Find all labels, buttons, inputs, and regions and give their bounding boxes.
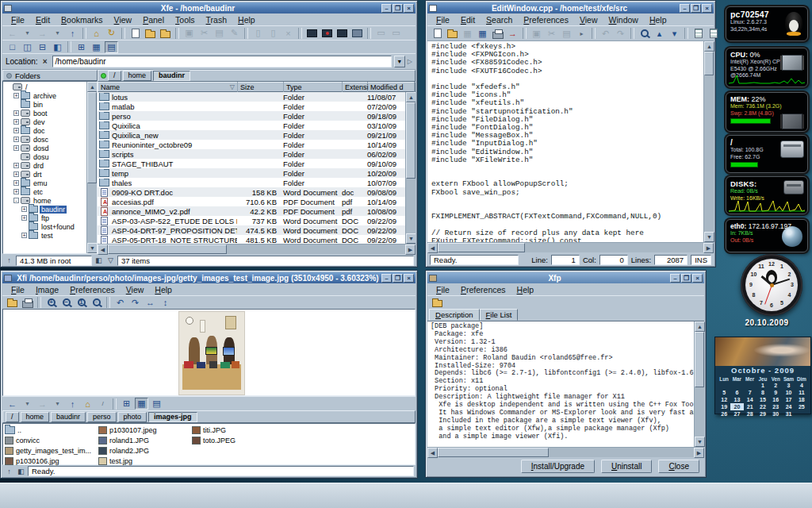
menu-image[interactable]: Image bbox=[30, 285, 64, 294]
view-detail-icon[interactable]: ▤ bbox=[150, 398, 163, 410]
open-folder-icon[interactable] bbox=[446, 28, 459, 40]
scroll-down-icon[interactable]: ▼ bbox=[87, 243, 98, 253]
minimize-button[interactable]: – bbox=[670, 274, 680, 283]
copy-icon[interactable]: ▣ bbox=[530, 28, 543, 40]
path-button-images-jpg[interactable]: images-jpg bbox=[148, 412, 197, 422]
table-row[interactable]: thalesFolder10/07/09 bbox=[98, 178, 405, 187]
scroll-up-icon[interactable]: ▲ bbox=[695, 321, 705, 332]
scroll-right-icon[interactable]: ▶ bbox=[694, 448, 704, 458]
tree-item-emu[interactable]: +emu bbox=[3, 179, 86, 187]
calendar-day[interactable]: 25 bbox=[795, 403, 808, 410]
location-clear-icon[interactable]: × bbox=[40, 57, 50, 66]
table-row[interactable]: matlabFolder07/20/09 bbox=[98, 102, 405, 111]
table-row[interactable]: STAGE_THIBAUTFolder09/10/09 bbox=[98, 159, 405, 168]
maximize-button[interactable]: ❐ bbox=[691, 4, 701, 13]
trash-icon[interactable]: ▯ bbox=[251, 27, 265, 39]
scroll-up-icon[interactable]: ▲ bbox=[87, 82, 98, 92]
calendar-day[interactable]: 26 bbox=[718, 410, 730, 418]
menu-preferences[interactable]: Preferences bbox=[64, 285, 121, 294]
table-row[interactable]: Quixilica_newFolder09/21/09 bbox=[98, 130, 405, 140]
tree-expander-icon[interactable]: + bbox=[21, 215, 27, 221]
tree-item-dosu[interactable]: dosu bbox=[3, 152, 86, 161]
list-scroll-thumb[interactable] bbox=[406, 102, 416, 179]
tree-item-archive[interactable]: +archive bbox=[3, 91, 86, 100]
menu-tools[interactable]: Tools bbox=[170, 15, 201, 25]
tree-item-ftp[interactable]: +ftp bbox=[3, 214, 86, 222]
go-up-icon[interactable]: ↑ bbox=[4, 468, 14, 475]
list-hscrollbar[interactable]: ◀ ▶ bbox=[98, 244, 416, 254]
menu-help[interactable]: Help bbox=[232, 15, 261, 25]
home-icon[interactable]: ⌂ bbox=[81, 398, 94, 410]
tree-item-drd[interactable]: +drd bbox=[3, 161, 86, 170]
print-icon[interactable] bbox=[21, 297, 34, 309]
column-header-modified-d[interactable]: Modified d bbox=[368, 82, 415, 92]
tree-item-drt[interactable]: +drt bbox=[3, 170, 86, 179]
tree-scroll-thumb[interactable] bbox=[87, 92, 97, 183]
back-blue-icon[interactable]: ← bbox=[6, 398, 19, 410]
menu-search[interactable]: Search bbox=[481, 15, 518, 25]
view-big-icon[interactable]: ⊞ bbox=[75, 41, 88, 53]
zoom-100-icon[interactable]: 1 bbox=[75, 297, 88, 309]
terminal-root-icon[interactable] bbox=[320, 27, 334, 39]
save-icon[interactable]: ▦ bbox=[461, 28, 474, 40]
tab-description[interactable]: Description bbox=[429, 309, 480, 321]
table-row[interactable]: annonce_MIMO_v2.pdf42.2 KBPDF Documentpd… bbox=[98, 206, 405, 216]
xfp-scroll-thumb[interactable] bbox=[695, 332, 704, 387]
scroll-left-icon[interactable]: ◀ bbox=[427, 243, 438, 253]
list-item[interactable]: p1030106.jpg bbox=[5, 456, 98, 466]
tree-item-dev[interactable]: +dev bbox=[3, 117, 86, 126]
menu-help[interactable]: Help bbox=[511, 285, 540, 294]
editor-hscrollbar[interactable]: ◀ ▶ bbox=[427, 242, 714, 252]
save-as-icon[interactable]: ▦ bbox=[476, 28, 489, 40]
calendar-day[interactable]: 5 bbox=[718, 389, 730, 396]
view-big-icon[interactable]: ⊞ bbox=[120, 398, 133, 410]
redo-icon[interactable]: ↷ bbox=[614, 28, 627, 40]
calendar-day[interactable]: 18 bbox=[795, 396, 808, 403]
tree-vscrollbar[interactable]: ▲ ▼ bbox=[86, 82, 97, 253]
calendar-day[interactable]: 17 bbox=[782, 396, 795, 403]
tree-expander-icon[interactable]: + bbox=[21, 233, 27, 238]
calendar-day[interactable]: 20 bbox=[730, 403, 743, 410]
menu-help[interactable]: Help bbox=[644, 15, 672, 25]
table-row[interactable]: tempFolder10/20/09 bbox=[98, 168, 405, 178]
new-file-icon[interactable] bbox=[128, 27, 142, 39]
code-editor[interactable]: #include <fxkeys.h> #include <FXPNGIcon.… bbox=[427, 41, 703, 242]
tree-item-lost-found[interactable]: lost+found bbox=[3, 222, 86, 231]
zoom-fit-icon[interactable]: ▫ bbox=[90, 297, 103, 309]
tab-file-list[interactable]: File List bbox=[480, 309, 519, 321]
minimize-button[interactable]: – bbox=[381, 4, 392, 13]
menu-file[interactable]: File bbox=[431, 285, 455, 294]
table-row[interactable]: persoFolder09/18/09 bbox=[98, 111, 405, 121]
minimize-button[interactable]: – bbox=[381, 274, 392, 283]
maximize-button[interactable]: ❐ bbox=[681, 274, 691, 283]
go-up-icon[interactable]: ↑ bbox=[4, 256, 14, 264]
menu-file[interactable]: File bbox=[431, 15, 455, 25]
copy-icon[interactable]: ▣ bbox=[182, 27, 196, 39]
zoom-out-icon[interactable]: − bbox=[59, 297, 73, 309]
rotate-left-icon[interactable]: ↶ bbox=[113, 297, 127, 309]
menu-view[interactable]: View bbox=[109, 15, 138, 25]
tree-item-baudinr[interactable]: +baudinr bbox=[3, 205, 86, 214]
scroll-right-icon[interactable]: ▶ bbox=[405, 244, 416, 255]
table-row[interactable]: ASP-03-ASP-522_ETUDE DE LOLS RBS ...737 … bbox=[98, 216, 405, 225]
tree-item-doc[interactable]: +doc bbox=[3, 126, 86, 135]
tree-expander-icon[interactable]: + bbox=[13, 189, 19, 194]
table-row[interactable]: accesias.pdf710.6 KBPDF Documentpdf10/14… bbox=[98, 197, 405, 206]
table-row[interactable]: Reunioninter_octobre09Folder10/14/09 bbox=[98, 140, 405, 149]
menu-view[interactable]: View bbox=[121, 285, 150, 294]
menu-panel[interactable]: Panel bbox=[137, 15, 170, 25]
scroll-up-icon[interactable]: ▲ bbox=[406, 92, 416, 102]
calendar-day[interactable]: 15 bbox=[756, 396, 769, 403]
tree-item-bin[interactable]: bin bbox=[3, 100, 86, 109]
location-input[interactable]: /home/baudinr bbox=[52, 56, 392, 67]
rotate-right-icon[interactable]: ↷ bbox=[128, 297, 142, 309]
xfp-titlebar[interactable]: Xfp – ❐ × bbox=[427, 272, 704, 283]
scroll-down-icon[interactable]: ▼ bbox=[406, 233, 416, 244]
terminal-icon[interactable] bbox=[305, 27, 319, 39]
tree-expander-icon[interactable]: + bbox=[13, 93, 19, 98]
calendar-day[interactable]: 30 bbox=[769, 410, 782, 418]
unmount-icon[interactable]: ▭ bbox=[389, 27, 403, 39]
trash-empty-icon[interactable]: ▯ bbox=[266, 27, 280, 39]
editor-vscrollbar[interactable]: ▲ ▼ bbox=[703, 41, 714, 242]
list-item[interactable]: convicc bbox=[5, 435, 98, 445]
